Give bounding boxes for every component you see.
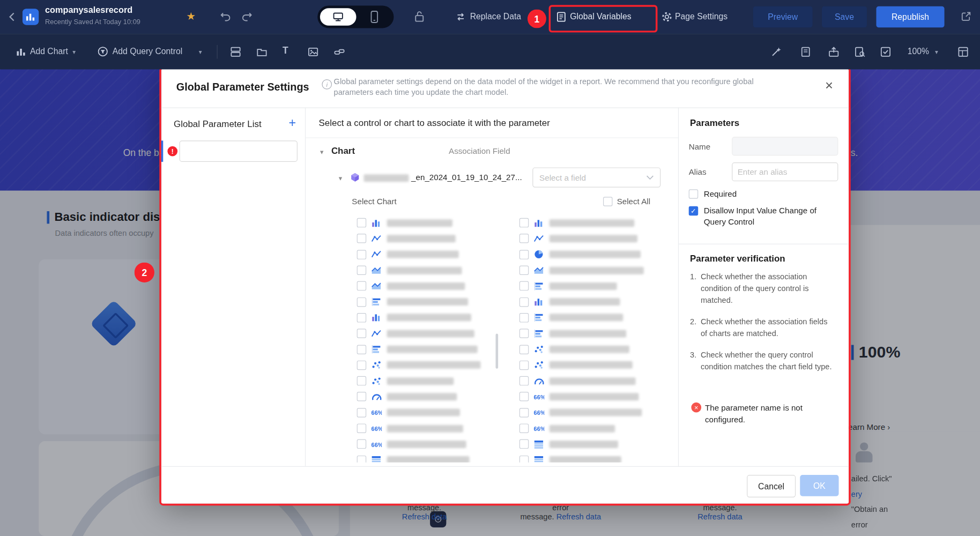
undo-icon[interactable] [220,12,231,23]
chart-row[interactable] [357,325,504,341]
chart-checkbox[interactable] [519,455,529,462]
republish-button[interactable]: Republish [876,6,944,28]
chart-row[interactable] [519,247,666,262]
chart-row[interactable] [519,373,666,389]
zoom-level[interactable]: 100% [908,47,929,56]
chart-row[interactable]: 66% [357,420,504,436]
page-settings-label[interactable]: Page Settings [675,12,727,21]
chart-checkbox[interactable] [357,408,366,417]
link-widget-icon[interactable] [334,46,345,57]
chart-row[interactable] [357,247,504,262]
save-button[interactable]: Save [822,6,867,28]
required-checkbox[interactable] [689,189,698,198]
dataset-caret-icon[interactable]: ▾ [339,174,342,182]
chart-checkbox[interactable] [519,376,529,385]
chart-row[interactable] [357,452,504,462]
chart-checkbox[interactable] [519,360,529,369]
chart-checkbox[interactable] [357,218,366,227]
ok-button[interactable]: OK [800,475,838,496]
chart-checkbox[interactable] [519,234,529,243]
chart-checkbox[interactable] [519,297,529,306]
report-icon[interactable] [800,46,811,57]
todo-check-icon[interactable] [880,46,891,57]
add-query-control-caret-icon[interactable]: ▾ [199,49,202,56]
chart-checkbox[interactable] [519,423,529,433]
chart-checkbox[interactable] [357,250,366,259]
chart-checkbox[interactable] [519,250,529,259]
chart-row[interactable] [357,263,504,278]
add-chart-icon[interactable] [16,47,26,56]
add-query-control-button[interactable]: Add Query Control [113,47,182,56]
grid-layout-icon[interactable] [957,46,969,57]
close-icon[interactable]: × [825,78,833,94]
add-parameter-icon[interactable]: + [289,116,296,130]
open-external-icon[interactable] [961,11,972,22]
chart-checkbox[interactable] [519,266,529,275]
lock-icon[interactable] [414,10,425,23]
image-widget-icon[interactable] [308,46,319,57]
chart-checkbox[interactable] [357,423,366,433]
chart-checkbox[interactable] [357,281,366,291]
chart-checkbox[interactable] [357,360,366,369]
chart-checkbox[interactable] [357,392,366,401]
replace-data-label[interactable]: Replace Data [470,12,521,21]
chart-checkbox[interactable] [519,218,529,227]
chart-group-caret-icon[interactable]: ▾ [320,148,323,156]
chart-row[interactable] [519,215,666,230]
chart-checkbox[interactable] [519,281,529,291]
chart-row[interactable] [357,278,504,294]
disallow-checkbox[interactable]: ✓ [689,206,698,215]
select-all-checkbox[interactable] [603,197,612,206]
chart-row[interactable] [357,231,504,247]
chart-row[interactable] [357,215,504,230]
chart-checkbox[interactable] [357,313,366,322]
text-widget-icon[interactable]: T [283,45,288,56]
chart-checkbox[interactable] [357,345,366,354]
chart-row[interactable]: 66% [519,389,666,404]
parameter-name-inline-input[interactable] [180,140,298,162]
chart-row[interactable] [357,310,504,325]
chart-checkbox[interactable] [519,345,529,354]
back-icon[interactable] [8,11,16,23]
chart-checkbox[interactable] [357,234,366,243]
theme-wand-icon[interactable] [770,46,782,57]
chart-row[interactable]: 66% [519,405,666,420]
chart-checkbox[interactable] [357,329,366,338]
chart-checkbox[interactable] [357,455,366,462]
chart-checkbox[interactable] [357,266,366,275]
desktop-toggle-active[interactable] [320,8,357,26]
chart-checkbox[interactable] [519,408,529,417]
chart-row[interactable]: 66% [357,405,504,420]
cancel-button[interactable]: Cancel [747,475,796,497]
tab-widget-icon[interactable] [256,46,268,57]
chart-checkbox[interactable] [357,440,366,449]
chart-row[interactable] [519,278,666,294]
preview-button[interactable]: Preview [753,6,813,28]
chart-row[interactable] [519,263,666,278]
chart-row[interactable] [519,452,666,462]
name-input[interactable] [732,137,838,155]
device-toggle[interactable] [317,5,394,28]
chart-checkbox[interactable] [519,392,529,401]
zoom-caret-icon[interactable]: ▾ [935,49,938,56]
chart-row[interactable] [519,357,666,373]
redo-icon[interactable] [241,12,253,23]
chart-row[interactable] [357,389,504,404]
page-settings-gear-icon[interactable] [661,11,672,23]
chart-row[interactable] [357,357,504,373]
add-chart-button[interactable]: Add Chart [30,47,68,56]
chart-row[interactable] [357,373,504,389]
chart-row[interactable] [519,436,666,452]
chart-row[interactable] [519,310,666,325]
favorite-star-icon[interactable]: ★ [186,10,196,23]
chart-row[interactable]: 66% [519,420,666,436]
chart-checkbox[interactable] [519,313,529,322]
chart-row[interactable]: 66% [357,436,504,452]
chart-row[interactable] [519,325,666,341]
add-chart-caret-icon[interactable]: ▾ [72,49,76,56]
mobile-icon[interactable] [370,11,378,23]
chart-row[interactable] [519,294,666,310]
add-query-control-icon[interactable] [98,46,108,57]
export-icon[interactable] [828,46,840,57]
replace-data-icon[interactable] [455,11,466,23]
